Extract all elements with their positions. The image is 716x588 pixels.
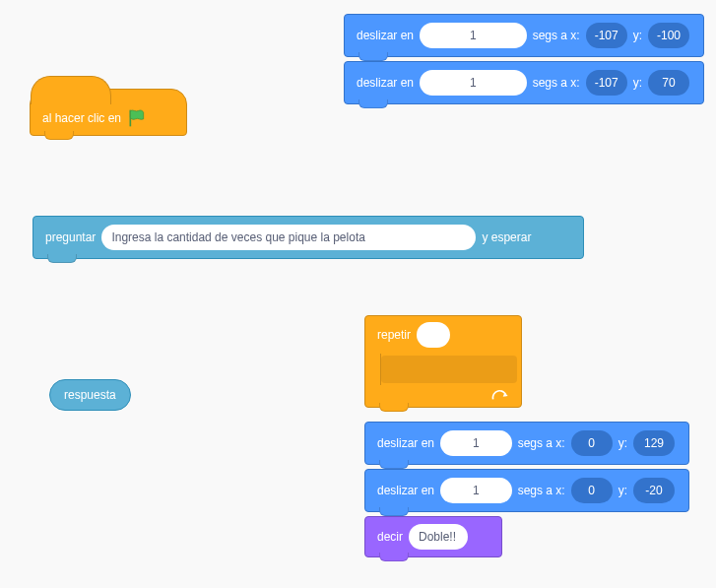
glide-prefix: deslizar en (357, 76, 414, 90)
control-repeat-block[interactable]: repetir (364, 315, 522, 408)
glide1-x-input[interactable]: -107 (586, 23, 627, 48)
glide3-secs-input[interactable] (440, 430, 512, 456)
say-prefix: decir (377, 530, 403, 544)
loop-arrow-icon (491, 389, 511, 403)
say-text-input[interactable] (409, 524, 468, 550)
glide4-y-input[interactable]: -20 (633, 478, 675, 503)
glide-ylabel: y: (633, 29, 642, 42)
glide1-secs-input[interactable] (420, 23, 527, 48)
glide1-y-input[interactable]: -100 (648, 23, 689, 48)
repeat-times-input[interactable] (417, 322, 450, 348)
glide-mid: segs a x: (533, 76, 580, 90)
event-when-flag-clicked[interactable]: al hacer clic en (30, 89, 187, 136)
glide4-x-input[interactable]: 0 (571, 478, 613, 503)
glide4-secs-input[interactable] (440, 478, 512, 503)
glide-ylabel: y: (618, 436, 627, 450)
motion-glide-block-4[interactable]: deslizar en segs a x: 0 y: -20 (364, 469, 689, 512)
glide-mid: segs a x: (533, 29, 580, 42)
glide-ylabel: y: (633, 76, 642, 90)
answer-label: respuesta (64, 388, 116, 402)
glide-prefix: deslizar en (377, 436, 434, 450)
glide2-x-input[interactable]: -107 (586, 70, 627, 96)
glide3-y-input[interactable]: 129 (633, 430, 675, 456)
ask-suffix: y esperar (482, 230, 531, 244)
motion-glide-block-1[interactable]: deslizar en segs a x: -107 y: -100 (344, 14, 704, 57)
glide2-y-input[interactable]: 70 (648, 70, 689, 96)
hat-label: al hacer clic en (42, 111, 121, 125)
repeat-label: repetir (377, 328, 411, 342)
glide-prefix: deslizar en (377, 484, 434, 497)
motion-glide-block-3[interactable]: deslizar en segs a x: 0 y: 129 (364, 422, 689, 465)
motion-glide-block-2[interactable]: deslizar en segs a x: -107 y: 70 (344, 61, 704, 104)
ask-prefix: preguntar (45, 230, 96, 244)
sensing-ask-block[interactable]: preguntar y esperar (33, 216, 584, 259)
looks-say-block[interactable]: decir (364, 516, 502, 557)
sensing-answer-reporter[interactable]: respuesta (49, 379, 131, 411)
glide2-secs-input[interactable] (420, 70, 527, 96)
glide-ylabel: y: (618, 484, 627, 497)
ask-question-input[interactable] (101, 225, 476, 250)
green-flag-icon (127, 108, 147, 128)
glide-mid: segs a x: (518, 484, 565, 497)
glide-prefix: deslizar en (357, 29, 414, 42)
repeat-body-slot[interactable] (381, 356, 517, 383)
glide-mid: segs a x: (518, 436, 565, 450)
glide3-x-input[interactable]: 0 (571, 430, 613, 456)
